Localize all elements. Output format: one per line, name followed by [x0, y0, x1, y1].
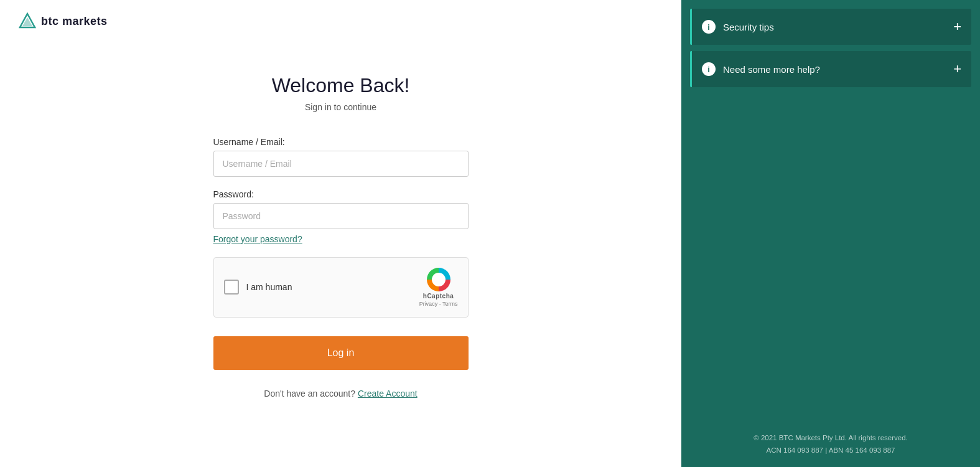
- captcha-privacy-link[interactable]: Privacy: [419, 301, 438, 307]
- password-input[interactable]: [213, 203, 469, 229]
- right-panel-inner: i Security tips + i Need some more help?…: [681, 0, 980, 422]
- captcha-widget[interactable]: I am human hCaptcha Privacy - Terms: [213, 257, 469, 318]
- captcha-left: I am human: [224, 280, 292, 295]
- need-help-expand-icon: +: [953, 61, 961, 77]
- hcaptcha-brand-label: hCaptcha: [423, 293, 454, 300]
- login-container: Welcome Back! Sign in to continue Userna…: [0, 42, 681, 467]
- username-field-group: Username / Email:: [213, 137, 469, 177]
- security-tips-accordion[interactable]: i Security tips +: [690, 9, 971, 45]
- hcaptcha-circle-icon: [427, 268, 450, 291]
- create-account-text: Don't have an account? Create Account: [264, 389, 417, 399]
- need-help-accordion[interactable]: i Need some more help? +: [690, 51, 971, 87]
- captcha-terms-link[interactable]: Terms: [442, 301, 458, 307]
- footer-copyright: © 2021 BTC Markets Pty Ltd. All rights r…: [691, 432, 970, 445]
- username-label: Username / Email:: [213, 137, 469, 147]
- security-tips-info-icon: i: [702, 20, 716, 34]
- create-account-link[interactable]: Create Account: [358, 389, 418, 399]
- page-title: Welcome Back!: [272, 74, 410, 97]
- need-help-title: Need some more help?: [723, 64, 946, 75]
- login-button[interactable]: Log in: [213, 336, 469, 370]
- signin-subtitle: Sign in to continue: [305, 102, 376, 112]
- password-label: Password:: [213, 189, 469, 199]
- footer-acn: ACN 164 093 887 | ABN 45 164 093 887: [691, 444, 970, 457]
- need-help-info-icon: i: [702, 62, 716, 76]
- hcaptcha-circle-inner: [432, 273, 446, 286]
- security-tips-expand-icon: +: [953, 19, 961, 35]
- username-input[interactable]: [213, 151, 469, 177]
- captcha-links: Privacy - Terms: [419, 301, 458, 307]
- hcaptcha-logo: hCaptcha Privacy - Terms: [419, 268, 458, 307]
- no-account-label: Don't have an account?: [264, 389, 355, 399]
- logo-text: btc markets: [41, 15, 108, 28]
- captcha-label: I am human: [246, 282, 292, 292]
- security-tips-title: Security tips: [723, 22, 946, 32]
- need-help-header[interactable]: i Need some more help? +: [692, 51, 971, 87]
- right-panel-footer: © 2021 BTC Markets Pty Ltd. All rights r…: [681, 422, 980, 467]
- forgot-password-link[interactable]: Forgot your password?: [213, 234, 302, 244]
- password-field-group: Password: Forgot your password?: [213, 189, 469, 245]
- btcmarkets-logo-icon: [19, 12, 36, 30]
- logo-area: btc markets: [0, 0, 681, 42]
- left-panel: btc markets Welcome Back! Sign in to con…: [0, 0, 681, 467]
- right-panel: i Security tips + i Need some more help?…: [681, 0, 980, 467]
- captcha-checkbox[interactable]: [224, 280, 239, 295]
- security-tips-header[interactable]: i Security tips +: [692, 9, 971, 45]
